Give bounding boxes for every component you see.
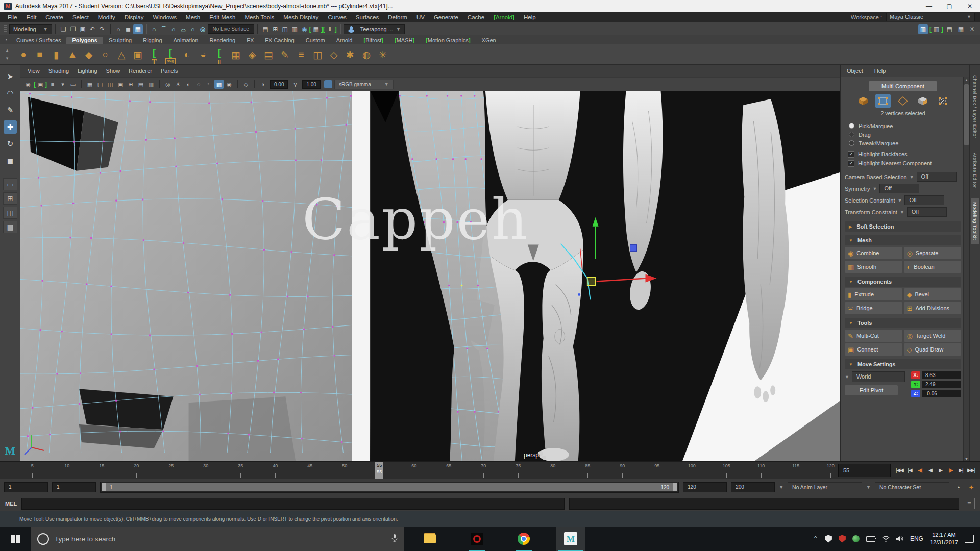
x-position-field[interactable]: 8.63 xyxy=(922,371,961,379)
panel-menu-renderer[interactable]: Renderer xyxy=(129,68,152,74)
animation-start-field[interactable]: 1 xyxy=(4,482,48,492)
reduce-icon[interactable]: ◍ xyxy=(359,47,374,62)
poly-cylinder-icon[interactable]: ▮ xyxy=(48,47,64,62)
menu-uv[interactable]: UV xyxy=(416,14,425,20)
quad-draw-icon[interactable]: ≡ xyxy=(293,47,309,62)
resolution-gate-icon[interactable]: ◫ xyxy=(106,80,115,89)
go-to-end-button[interactable]: ▶▶| xyxy=(966,465,976,475)
move-tool[interactable]: ✚ xyxy=(4,120,17,134)
svg-tool-icon[interactable]: [svg] xyxy=(163,47,178,62)
menu-edit[interactable]: Edit xyxy=(27,14,37,20)
attribute-editor-toggle[interactable]: ▤ xyxy=(945,24,954,34)
select-component-icon[interactable]: ▦ xyxy=(133,24,143,34)
redo-icon[interactable]: ↷ xyxy=(97,24,107,34)
gamma-field[interactable]: 1.00 xyxy=(302,80,320,89)
download-manager-icon[interactable] xyxy=(852,535,860,542)
scroll-down-icon[interactable]: ▼ xyxy=(964,457,969,461)
poly-sphere-icon[interactable]: ● xyxy=(16,47,31,62)
separate-button[interactable]: ◎Separate xyxy=(904,247,962,259)
side-tab-channel-box-layer-editor[interactable]: Channel Box / Layer Editor xyxy=(971,71,979,142)
multisample-icon[interactable]: ▩ xyxy=(214,80,224,89)
sculpt-tool-icon[interactable]: ✱ xyxy=(342,47,358,62)
select-hierarchy-icon[interactable]: ⌂ xyxy=(114,24,124,34)
taskbar-search-box[interactable]: Type here to search xyxy=(31,527,404,551)
shelf-tab-bifrost[interactable]: [Bifrost] xyxy=(358,37,389,44)
poly-helix-icon[interactable]: ◆ xyxy=(81,47,96,62)
menu-display[interactable]: Display xyxy=(125,14,144,20)
action-center-icon[interactable] xyxy=(965,535,974,543)
side-tab-modeling-toolkit[interactable]: Modeling Toolkit xyxy=(971,198,979,244)
shelf-tab-rigging[interactable]: Rigging xyxy=(137,37,167,44)
animation-preferences-button[interactable]: ✦ xyxy=(967,483,976,492)
playback-start-field[interactable]: 1 xyxy=(52,482,96,492)
maximize-button[interactable]: ▢ xyxy=(939,0,960,12)
snap-curve-icon[interactable]: ⌒ xyxy=(159,24,169,34)
vertex-mode-button[interactable] xyxy=(875,94,891,108)
volume-icon[interactable] xyxy=(896,536,903,542)
chrome-icon[interactable] xyxy=(509,527,538,551)
boolean-button[interactable]: ◐Boolean xyxy=(904,261,962,273)
shelf-tab-arnold[interactable]: Arnold xyxy=(331,37,358,44)
lighting-icon[interactable]: ☀ xyxy=(174,80,183,89)
render-view-icon[interactable]: ◉ xyxy=(300,24,309,34)
time-slider-track[interactable]: 5101520253035404550606570758085909510010… xyxy=(1,462,834,479)
separator[interactable] xyxy=(340,24,340,34)
shelf-tab-curves-surfaces[interactable]: Curves / Surfaces xyxy=(11,37,66,44)
step-back-key-button[interactable]: ◀| xyxy=(915,465,925,475)
panel-menu-lighting[interactable]: Lighting xyxy=(78,68,97,74)
current-frame-marker[interactable]: 5555 xyxy=(375,462,383,479)
menu-edit-mesh[interactable]: Edit Mesh xyxy=(209,14,235,20)
move-settings-section[interactable]: ▼ Move Settings xyxy=(845,359,961,369)
connect-button[interactable]: ▣Connect xyxy=(845,343,902,356)
shelf-tab-motion-graphics[interactable]: [Motion Graphics] xyxy=(420,37,476,44)
panel-menu-view[interactable]: View xyxy=(28,68,40,74)
side-tab-attribute-editor[interactable]: Attribute Editor xyxy=(971,148,979,192)
separator[interactable] xyxy=(110,24,111,34)
menu-select[interactable]: Select xyxy=(72,14,89,20)
subdivide-icon[interactable]: ◈ xyxy=(244,47,260,62)
motion-blur-icon[interactable]: ≈ xyxy=(204,80,213,89)
image-plane-icon[interactable]: ▭ xyxy=(68,80,78,89)
safe-title-icon[interactable]: ▥ xyxy=(146,80,156,89)
game-app-icon[interactable] xyxy=(462,527,491,551)
camera-based-selection-value[interactable]: Off xyxy=(917,172,957,182)
snap-grid-icon[interactable]: ∩ xyxy=(150,24,159,34)
dropdown-selection-constraint[interactable]: Selection Constraint▼Off xyxy=(845,194,961,206)
menu-mesh-tools[interactable]: Mesh Tools xyxy=(244,14,274,20)
gamma-icon[interactable]: γ xyxy=(290,80,300,89)
y-position-field[interactable]: 2.49 xyxy=(922,381,961,388)
snap-point-icon[interactable]: ∩ xyxy=(169,24,179,34)
shelf-tab-fx[interactable]: FX xyxy=(241,37,259,44)
exposure-field[interactable]: 0.00 xyxy=(270,80,288,89)
mirror-geometry-icon[interactable]: ◫ xyxy=(310,47,325,62)
shelf-tab-custom[interactable]: Custom xyxy=(300,37,331,44)
chevron-down-icon[interactable]: ▼ xyxy=(866,485,871,490)
bookmark-icon[interactable]: ▾ xyxy=(58,80,67,89)
dropdown-camera-based-selection[interactable]: Camera Based Selection▼Off xyxy=(845,171,961,183)
maya-taskbar-icon[interactable]: M xyxy=(556,527,585,551)
step-back-frame-button[interactable]: |◀ xyxy=(905,465,915,475)
anim-layer-dropdown[interactable]: No Anim Layer xyxy=(788,482,862,492)
select-camera-icon[interactable]: ◉ xyxy=(23,80,33,89)
panel-menu-panels[interactable]: Panels xyxy=(161,68,178,74)
shelf-tab-rendering[interactable]: Rendering xyxy=(204,37,241,44)
menu-mesh[interactable]: Mesh xyxy=(186,14,200,20)
bevel-button[interactable]: ◆Bevel xyxy=(904,288,962,300)
edit-pivot-button[interactable]: Edit Pivot xyxy=(845,385,898,395)
dropdown-transform-constraint[interactable]: Transform Constraint▼Off xyxy=(845,206,961,218)
edge-mode-button[interactable] xyxy=(895,94,911,108)
poly-cube-icon[interactable]: ■ xyxy=(32,47,47,62)
menu-arnold[interactable]: [Arnold] xyxy=(494,14,514,20)
smooth-button[interactable]: ▦Smooth xyxy=(845,261,902,273)
menu-generate[interactable]: Generate xyxy=(434,14,458,20)
shelf-tab-fx-caching[interactable]: FX Caching xyxy=(259,37,300,44)
play-backwards-button[interactable]: ◀ xyxy=(925,465,935,475)
color-management-icon[interactable] xyxy=(324,80,332,88)
separator[interactable] xyxy=(257,24,258,34)
menu-windows[interactable]: Windows xyxy=(153,14,177,20)
menu-help[interactable]: Help xyxy=(524,14,536,20)
spike-icon[interactable]: ✳ xyxy=(375,47,390,62)
menu-modify[interactable]: Modify xyxy=(98,14,115,20)
multi-component-mode-button[interactable] xyxy=(935,94,950,108)
chevron-down-icon[interactable]: ▼ xyxy=(779,485,783,490)
